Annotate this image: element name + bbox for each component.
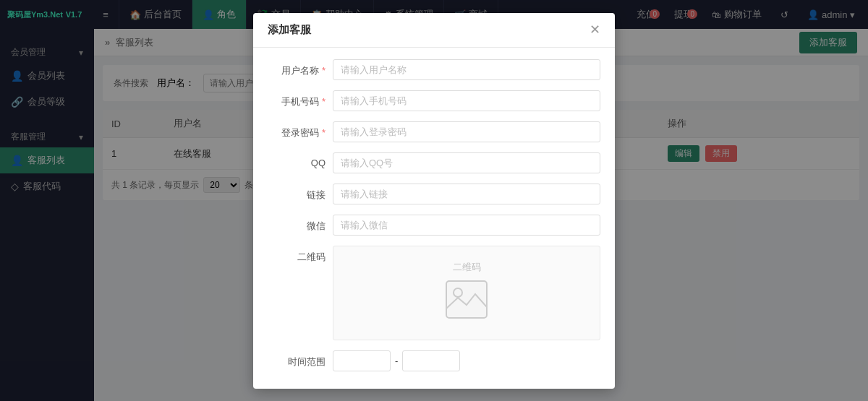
form-row-phone: 手机号码 * — [268, 90, 600, 111]
required-mark-pwd: * — [322, 127, 326, 138]
form-label-username: 用户名称 * — [268, 59, 333, 77]
modal-close-button[interactable]: ✕ — [590, 23, 600, 36]
form-label-qr: 二维码 — [268, 246, 333, 264]
modal-title: 添加客服 — [268, 23, 311, 37]
form-row-wechat: 微信 — [268, 215, 600, 236]
form-row-username: 用户名称 * — [268, 59, 600, 80]
form-row-qr: 二维码 二维码 — [268, 246, 600, 340]
add-service-modal: 添加客服 ✕ 用户名称 * 手机号码 * 登录密码 — [253, 13, 615, 389]
qr-section: 二维码 — [333, 246, 600, 340]
modal-overlay[interactable]: 添加客服 ✕ 用户名称 * 手机号码 * 登录密码 — [0, 0, 868, 401]
phone-input[interactable] — [333, 90, 600, 111]
form-row-link: 链接 — [268, 184, 600, 204]
form-label-password: 登录密码 * — [268, 121, 333, 139]
time-range: - — [333, 350, 460, 371]
wechat-input[interactable] — [333, 215, 600, 236]
required-mark: * — [322, 65, 326, 76]
qr-image-icon — [445, 280, 488, 325]
link-input[interactable] — [333, 184, 600, 204]
form-label-qq: QQ — [268, 152, 333, 168]
form-row-time: 时间范围 - — [268, 350, 600, 371]
username-input[interactable] — [333, 59, 600, 80]
form-label-phone: 手机号码 * — [268, 90, 333, 108]
form-row-password: 登录密码 * — [268, 121, 600, 142]
form-label-wechat: 微信 — [268, 215, 333, 233]
password-input[interactable] — [333, 121, 600, 142]
qr-section-label: 二维码 — [453, 261, 481, 274]
form-label-time: 时间范围 — [268, 350, 333, 368]
qq-input[interactable] — [333, 152, 600, 173]
required-mark-phone: * — [322, 96, 326, 107]
modal-body: 用户名称 * 手机号码 * 登录密码 * — [253, 48, 615, 389]
form-label-link: 链接 — [268, 184, 333, 202]
modal-header: 添加客服 ✕ — [253, 13, 615, 48]
qr-upload-area[interactable]: 二维码 — [333, 246, 600, 340]
form-row-qq: QQ — [268, 152, 600, 173]
time-separator: - — [391, 355, 402, 366]
time-start-input[interactable] — [333, 350, 391, 371]
time-end-input[interactable] — [402, 350, 460, 371]
